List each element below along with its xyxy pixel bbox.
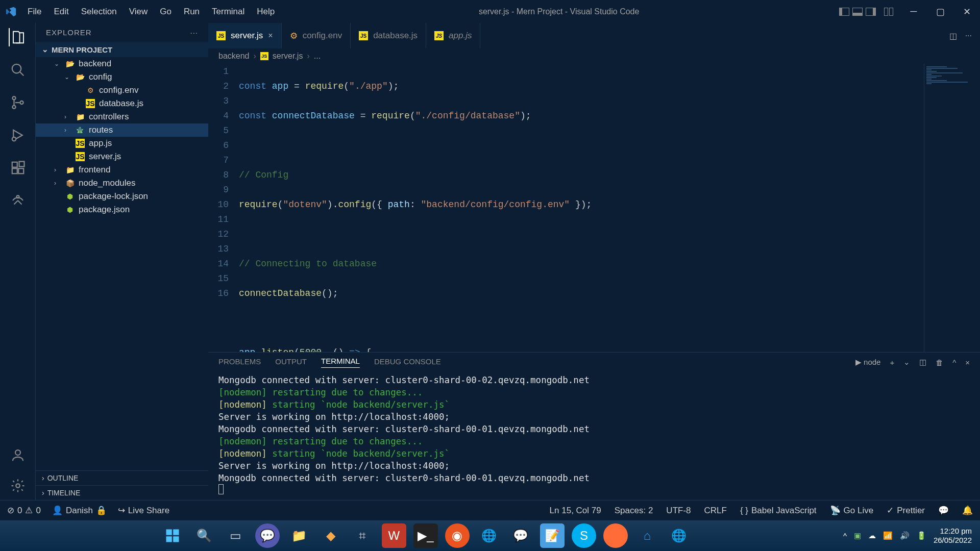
minimize-button[interactable]: ─ [904, 3, 923, 21]
status-go-live[interactable]: 📡 Go Live [830, 505, 874, 516]
status-spaces[interactable]: Spaces: 2 [615, 506, 653, 516]
file-package-lock[interactable]: ⬢package-lock.json [36, 190, 208, 203]
terminal-output[interactable]: Mongodb connected with server: cluster0-… [208, 372, 980, 500]
breadcrumb[interactable]: backend› JSserver.js› ... [208, 48, 980, 64]
search-taskbar-icon[interactable]: 🔍 [192, 523, 216, 548]
explorer-activity-icon[interactable] [9, 28, 27, 46]
status-language-detect[interactable]: 👤 Danish 🔒 [52, 505, 107, 516]
source-control-activity-icon[interactable] [9, 93, 27, 112]
new-terminal-icon[interactable]: + [890, 358, 894, 367]
split-terminal-icon[interactable]: ◫ [919, 358, 926, 367]
app-icon-1[interactable]: ◆ [318, 523, 343, 548]
skype-icon[interactable]: S [572, 523, 596, 548]
accounts-icon[interactable] [9, 446, 27, 464]
activity-bar [0, 23, 36, 500]
tray-volume-icon[interactable]: 🔊 [900, 531, 910, 540]
panel-tabs: PROBLEMS OUTPUT TERMINAL DEBUG CONSOLE ▶… [208, 353, 980, 372]
slack-icon[interactable]: ⌗ [350, 523, 375, 548]
menu-view[interactable]: View [124, 4, 153, 20]
terminal-dropdown-icon[interactable]: ⌄ [903, 358, 910, 367]
panel-tab-debug[interactable]: DEBUG CONSOLE [374, 357, 441, 368]
search-activity-icon[interactable] [9, 61, 27, 79]
file-server-js[interactable]: JSserver.js [36, 150, 208, 163]
status-bell-icon[interactable]: 🔔 [962, 505, 973, 516]
status-language-mode[interactable]: { } Babel JavaScript [740, 506, 817, 516]
status-eol[interactable]: CRLF [704, 506, 727, 516]
ubuntu-icon[interactable]: ◉ [445, 523, 470, 548]
postman-icon[interactable] [603, 523, 628, 548]
taskbar-clock[interactable]: 12:20 pm 26/05/2022 [934, 527, 972, 545]
folder-backend[interactable]: ⌄📂backend [36, 57, 208, 70]
window-title: server.js - Mern Project - Visual Studio… [280, 7, 838, 16]
menu-help[interactable]: Help [252, 4, 280, 20]
code-content[interactable]: const app = require("./app"); const conn… [239, 64, 924, 352]
terminal-name[interactable]: ▶ node [855, 358, 881, 367]
status-live-share[interactable]: ↪ Live Share [118, 505, 169, 516]
whatsapp-icon[interactable]: 💬 [508, 523, 533, 548]
panel-tab-terminal[interactable]: TERMINAL [321, 357, 360, 368]
settings-gear-icon[interactable] [9, 477, 27, 495]
tray-chevron-icon[interactable]: ^ [843, 532, 847, 540]
teams-icon[interactable]: 💬 [255, 523, 280, 548]
notes-icon[interactable]: 📝 [540, 523, 565, 548]
menu-go[interactable]: Go [155, 4, 177, 20]
folder-controllers[interactable]: ›📁controllers [36, 110, 208, 123]
status-errors[interactable]: ⊘ 0 ⚠ 0 [7, 505, 41, 516]
tab-database-js[interactable]: JSdatabase.js [351, 23, 426, 48]
tab-app-js[interactable]: JSapp.js [426, 23, 480, 48]
file-database-js[interactable]: JSdatabase.js [36, 97, 208, 110]
outline-section[interactable]: ›OUTLINE [36, 470, 208, 485]
panel-tab-output[interactable]: OUTPUT [275, 357, 307, 368]
folder-frontend[interactable]: ›📁frontend [36, 163, 208, 177]
more-actions-icon[interactable]: ··· [965, 31, 972, 40]
project-root[interactable]: ⌄ MERN PROJECT [36, 42, 208, 57]
close-icon[interactable]: × [268, 31, 273, 40]
split-editor-icon[interactable]: ◫ [949, 31, 957, 41]
tray-onedrive-icon[interactable]: ☁ [868, 531, 876, 540]
menu-terminal[interactable]: Terminal [207, 4, 250, 20]
explorer-more-icon[interactable]: ··· [190, 28, 198, 37]
menu-edit[interactable]: Edit [48, 4, 74, 20]
tab-config-env[interactable]: ⚙config.env [282, 23, 351, 48]
status-encoding[interactable]: UTF-8 [666, 506, 691, 516]
timeline-section[interactable]: ›TIMELINE [36, 485, 208, 500]
menu-run[interactable]: Run [179, 4, 205, 20]
tab-server-js[interactable]: JSserver.js× [208, 23, 282, 48]
system-tray[interactable]: ^ ▣ ☁ 📶 🔊 🔋 12:20 pm 26/05/2022 [843, 527, 972, 545]
tray-wifi-icon[interactable]: 📶 [883, 531, 893, 540]
vscode-taskbar-icon[interactable]: ⌂ [635, 523, 659, 548]
panel-tab-problems[interactable]: PROBLEMS [218, 357, 261, 368]
close-button[interactable]: ✕ [958, 3, 976, 21]
tray-battery-icon[interactable]: 🔋 [917, 531, 926, 540]
app-icon-2[interactable]: W [382, 523, 406, 548]
code-editor[interactable]: 12345678910111213141516 const app = requ… [208, 64, 980, 352]
status-prettier[interactable]: ✓ Prettier [887, 505, 925, 516]
menu-file[interactable]: File [22, 4, 46, 20]
maximize-panel-icon[interactable]: ^ [952, 358, 956, 367]
chrome-2-icon[interactable]: 🌐 [667, 523, 691, 548]
file-config-env[interactable]: ⚙config.env [36, 84, 208, 97]
maximize-button[interactable]: ▢ [931, 3, 949, 21]
minimap[interactable] [924, 64, 980, 352]
tray-app-icon[interactable]: ▣ [854, 531, 861, 540]
gitlens-activity-icon[interactable] [9, 191, 27, 210]
window-controls: ─ ▢ ✕ [904, 3, 976, 21]
folder-routes[interactable]: ›🛣routes [36, 123, 208, 137]
start-button[interactable] [160, 523, 185, 548]
folder-node-modules[interactable]: ›📦node_modules [36, 177, 208, 190]
run-debug-activity-icon[interactable] [9, 126, 27, 144]
status-feedback-icon[interactable]: 💬 [938, 505, 949, 516]
folder-config[interactable]: ⌄📂config [36, 70, 208, 84]
file-package-json[interactable]: ⬢package.json [36, 203, 208, 216]
terminal-app-icon[interactable]: ▶_ [413, 523, 438, 548]
chrome-icon[interactable]: 🌐 [477, 523, 501, 548]
file-explorer-taskbar-icon[interactable]: 📁 [287, 523, 311, 548]
close-panel-icon[interactable]: × [965, 358, 970, 367]
extensions-activity-icon[interactable] [9, 159, 27, 177]
task-view-icon[interactable]: ▭ [224, 523, 248, 548]
layout-controls[interactable] [838, 8, 894, 16]
menu-selection[interactable]: Selection [76, 4, 122, 20]
status-cursor-position[interactable]: Ln 15, Col 79 [550, 506, 601, 516]
file-app-js[interactable]: JSapp.js [36, 137, 208, 150]
kill-terminal-icon[interactable]: 🗑 [936, 358, 943, 367]
